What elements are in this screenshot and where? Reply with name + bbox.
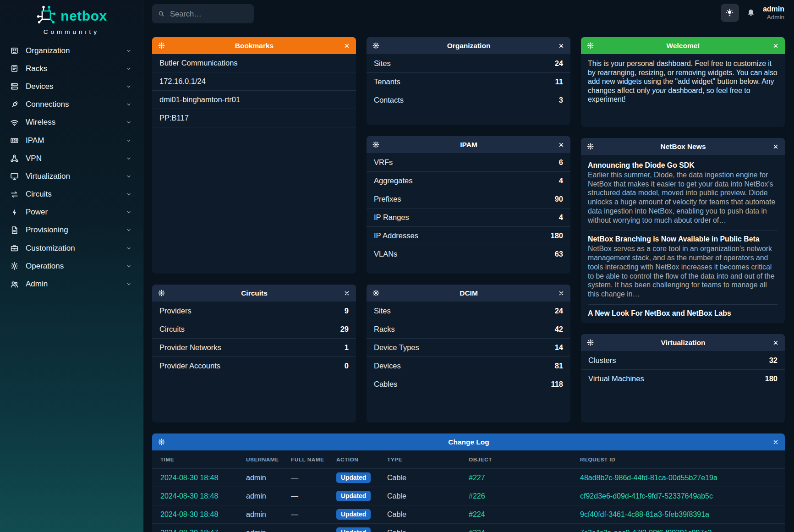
stat-row[interactable]: VRFs 6	[367, 153, 570, 171]
sidebar-item-ipam[interactable]: IPAM	[0, 132, 143, 149]
gear-icon[interactable]	[587, 42, 594, 49]
sidebar-item-racks[interactable]: Racks	[0, 60, 143, 77]
close-icon[interactable]	[772, 143, 779, 150]
widget-ipam-header: IPAM	[367, 136, 570, 153]
object-link[interactable]: #227	[469, 474, 580, 482]
object-link[interactable]: #226	[469, 492, 580, 500]
stat-row[interactable]: Virtual Machines 180	[581, 369, 785, 388]
sidebar-item-label: Operations	[26, 262, 126, 271]
briefcase-icon	[10, 244, 19, 252]
stat-row[interactable]: Aggregates 4	[367, 171, 570, 190]
close-icon[interactable]	[558, 290, 564, 296]
close-icon[interactable]	[558, 142, 564, 148]
stat-row[interactable]: Tenants 11	[367, 72, 570, 91]
gear-icon[interactable]	[158, 290, 165, 296]
close-icon[interactable]	[558, 43, 564, 49]
request-id-link[interactable]: 7c3c4c3a-aac9-47f2-99f6-f99391c997c2	[580, 529, 777, 532]
stat-row[interactable]: Devices 81	[367, 356, 570, 375]
table-row: 2024-08-30 18:48 admin — Updated Cable #…	[152, 468, 785, 487]
news-link[interactable]: A New Look For NetBox and NetBox Labs	[588, 309, 778, 318]
sidebar-item-circuits[interactable]: Circuits	[0, 186, 143, 203]
sidebar-item-operations[interactable]: Operations	[0, 257, 143, 275]
widget-title: Organization	[379, 42, 558, 50]
change-time-link[interactable]: 2024-08-30 18:48	[160, 492, 246, 500]
stat-label: Tenants	[374, 77, 400, 86]
sidebar-item-provisioning[interactable]: Provisioning	[0, 221, 143, 239]
theme-toggle-button[interactable]	[721, 4, 739, 22]
sidebar-item-admin[interactable]: Admin	[0, 275, 143, 293]
chevron-down-icon	[126, 227, 132, 233]
column-header: Username	[246, 456, 291, 463]
sidebar-item-label: VPN	[26, 154, 126, 163]
sidebar-item-connections[interactable]: Connections	[0, 96, 143, 114]
object-link[interactable]: #224	[469, 529, 580, 532]
netbox-logo[interactable]: netbox Community	[0, 0, 143, 35]
sidebar-item-power[interactable]: Power	[0, 203, 143, 221]
stat-row[interactable]: IP Ranges 4	[367, 208, 570, 226]
close-icon[interactable]	[344, 43, 350, 49]
column-header: Time	[160, 456, 246, 463]
stat-row[interactable]: Cables 118	[367, 375, 570, 393]
stat-row[interactable]: Providers 9	[152, 302, 356, 320]
gear-icon[interactable]	[587, 143, 594, 150]
search-box[interactable]	[152, 4, 254, 23]
chevron-down-icon	[126, 191, 132, 197]
change-time-link[interactable]: 2024-08-30 18:48	[160, 474, 246, 482]
sidebar-item-wireless[interactable]: Wireless	[0, 114, 143, 132]
widget-virtualization: Virtualization Clusters 32 Virtual Machi…	[581, 334, 785, 422]
request-id-link[interactable]: cf92d3e6-d09d-41fc-9fd7-52337649ab5c	[580, 492, 777, 500]
bookmark-link[interactable]: Butler Communications	[152, 54, 356, 72]
close-icon[interactable]	[772, 340, 779, 346]
gear-icon[interactable]	[587, 339, 594, 346]
stat-row[interactable]: VLANs 63	[367, 245, 570, 263]
chevron-down-icon	[126, 245, 132, 252]
stat-row[interactable]: Provider Networks 1	[152, 338, 356, 356]
close-icon[interactable]	[344, 290, 350, 296]
object-link[interactable]: #224	[469, 510, 580, 519]
close-icon[interactable]	[772, 439, 779, 445]
stat-row[interactable]: Contacts 3	[367, 91, 570, 109]
sidebar-item-vpn[interactable]: VPN	[0, 149, 143, 167]
gear-icon[interactable]	[158, 439, 165, 445]
stat-row[interactable]: IP Addresses 180	[367, 226, 570, 245]
user-menu[interactable]: admin Admin	[763, 5, 784, 21]
bookmark-link[interactable]: PP:B117	[152, 109, 356, 127]
stat-row[interactable]: Sites 24	[367, 302, 570, 320]
sidebar-item-organization[interactable]: Organization	[0, 42, 143, 60]
sidebar-item-devices[interactable]: Devices	[0, 77, 143, 95]
user-role: Admin	[763, 14, 784, 21]
stat-row[interactable]: Sites 24	[367, 54, 570, 72]
action-cell: Updated	[336, 527, 387, 532]
bell-icon[interactable]	[747, 9, 755, 17]
stat-row[interactable]: Circuits 29	[152, 320, 356, 338]
stat-value: 24	[555, 59, 563, 68]
bookmark-link[interactable]: dmi01-binghamton-rtr01	[152, 91, 356, 109]
table-row: 2024-08-30 18:47 admin — Updated Cable #…	[152, 523, 785, 532]
main-area: admin Admin Bookmarks Butler Communicati…	[143, 0, 794, 532]
gear-icon[interactable]	[372, 290, 379, 296]
sidebar-item-customization[interactable]: Customization	[0, 239, 143, 257]
stat-row[interactable]: Prefixes 90	[367, 190, 570, 208]
stat-row[interactable]: Provider Accounts 0	[152, 356, 356, 375]
search-input[interactable]	[169, 9, 248, 19]
sidebar-item-virtualization[interactable]: Virtualization	[0, 167, 143, 185]
change-time-link[interactable]: 2024-08-30 18:47	[160, 529, 246, 532]
request-id-link[interactable]: 9cf40fdf-3461-4c88-81a3-5feb39f8391a	[580, 510, 777, 519]
action-cell: Updated	[336, 491, 387, 501]
gear-icon[interactable]	[372, 42, 379, 49]
stat-value: 14	[555, 343, 563, 352]
bookmark-link[interactable]: 172.16.0.1/24	[152, 72, 356, 91]
widget-virtualization-header: Virtualization	[581, 334, 785, 351]
news-link[interactable]: Announcing the Diode Go SDK	[588, 161, 778, 170]
news-link[interactable]: NetBox Branching is Now Available in Pub…	[588, 235, 778, 243]
gear-icon[interactable]	[158, 42, 165, 49]
widget-welcome-header: Welcome!	[581, 37, 785, 54]
stat-row[interactable]: Clusters 32	[581, 351, 785, 369]
stat-row[interactable]: Racks 42	[367, 320, 570, 338]
gear-icon[interactable]	[372, 141, 379, 148]
chevron-down-icon	[126, 48, 132, 54]
request-id-link[interactable]: 48ad8b2c-986d-44fd-81ca-00d55b27e19a	[580, 474, 777, 482]
change-time-link[interactable]: 2024-08-30 18:48	[160, 510, 246, 519]
stat-row[interactable]: Device Types 14	[367, 338, 570, 356]
close-icon[interactable]	[772, 43, 779, 49]
